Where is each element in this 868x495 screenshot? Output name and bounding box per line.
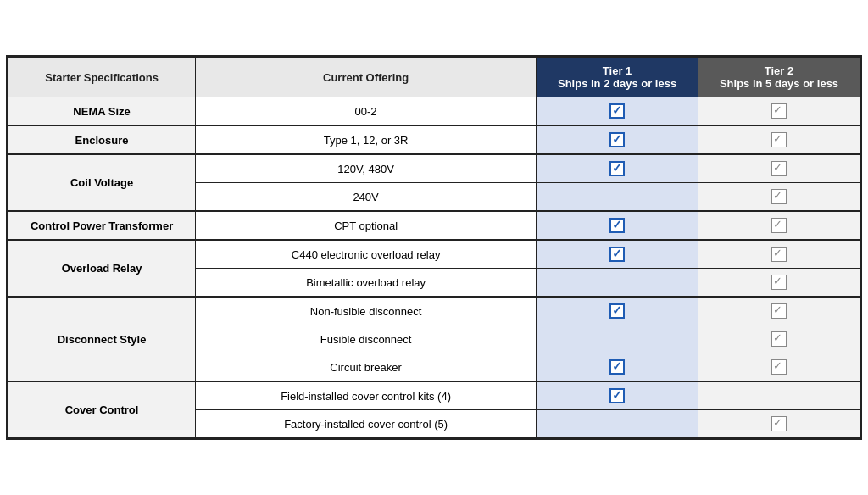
tier2-check-icon xyxy=(771,359,787,375)
tier2-check-icon xyxy=(771,303,787,319)
spec-cell: Cover Control xyxy=(8,381,196,438)
tier1-check-icon xyxy=(609,303,625,319)
tier2-cell xyxy=(698,240,860,269)
offering-cell: Type 1, 12, or 3R xyxy=(196,125,537,154)
tier1-cell xyxy=(537,97,698,126)
offering-cell: Factory-installed cover control (5) xyxy=(196,410,537,438)
tier1-cell xyxy=(537,325,698,353)
header-tier2: Tier 2 Ships in 5 days or less xyxy=(698,58,860,97)
header-tier1: Tier 1 Ships in 2 days or less xyxy=(537,58,698,97)
tier2-check-icon xyxy=(771,247,787,262)
tier2-check-icon xyxy=(771,331,787,347)
tier2-cell xyxy=(698,353,860,382)
offering-cell: Circuit breaker xyxy=(196,353,537,382)
spec-cell: Disconnect Style xyxy=(8,297,196,381)
tier1-cell xyxy=(537,410,698,438)
tier2-check-icon xyxy=(771,161,787,176)
offering-cell: 00-2 xyxy=(196,97,537,126)
tier1-check-icon xyxy=(609,247,625,262)
spec-cell: Control Power Transformer xyxy=(8,211,196,240)
tier2-cell xyxy=(698,269,860,298)
tier1-check-icon xyxy=(609,218,625,233)
offering-cell: Bimetallic overload relay xyxy=(196,269,537,298)
tier2-check-icon xyxy=(771,275,787,290)
tier2-check-icon xyxy=(771,189,787,204)
offering-cell: CPT optional xyxy=(196,211,537,240)
tier2-cell xyxy=(698,154,860,183)
spec-cell: Enclosure xyxy=(8,125,196,154)
tier1-cell xyxy=(537,211,698,240)
offering-cell: Field-installed cover control kits (4) xyxy=(196,381,537,410)
tier1-cell xyxy=(537,297,698,325)
tier2-cell xyxy=(698,297,860,325)
header-offering: Current Offering xyxy=(196,58,537,97)
tier1-cell xyxy=(537,240,698,269)
tier2-check-icon xyxy=(771,218,787,233)
tier2-cell xyxy=(698,125,860,154)
tier1-check-icon xyxy=(609,132,625,147)
offering-cell: Fusible disconnect xyxy=(196,325,537,353)
tier1-cell xyxy=(537,125,698,154)
tier1-cell xyxy=(537,183,698,212)
main-table-wrapper: Starter Specifications Current Offering … xyxy=(6,55,862,440)
tier1-cell xyxy=(537,269,698,298)
tier2-cell xyxy=(698,325,860,353)
tier1-check-icon xyxy=(609,161,625,176)
tier2-cell xyxy=(698,183,860,212)
tier2-cell xyxy=(698,381,860,410)
header-spec: Starter Specifications xyxy=(8,58,196,97)
tier1-cell xyxy=(537,154,698,183)
tier2-cell xyxy=(698,97,860,126)
offering-cell: C440 electronic overload relay xyxy=(196,240,537,269)
tier2-check-icon xyxy=(771,416,787,431)
tier1-check-icon xyxy=(609,359,625,375)
tier1-check-icon xyxy=(609,388,625,403)
tier1-cell xyxy=(537,353,698,382)
tier2-cell xyxy=(698,410,860,438)
offering-cell: 120V, 480V xyxy=(196,154,537,183)
spec-cell: NEMA Size xyxy=(8,97,196,126)
tier2-check-icon xyxy=(771,132,787,147)
tier1-check-icon xyxy=(609,103,625,119)
offering-cell: 240V xyxy=(196,183,537,212)
tier1-cell xyxy=(537,381,698,410)
tier2-cell xyxy=(698,211,860,240)
spec-cell: Overload Relay xyxy=(8,240,196,297)
spec-cell: Coil Voltage xyxy=(8,154,196,211)
offering-cell: Non-fusible disconnect xyxy=(196,297,537,325)
tier2-check-icon xyxy=(771,103,787,119)
